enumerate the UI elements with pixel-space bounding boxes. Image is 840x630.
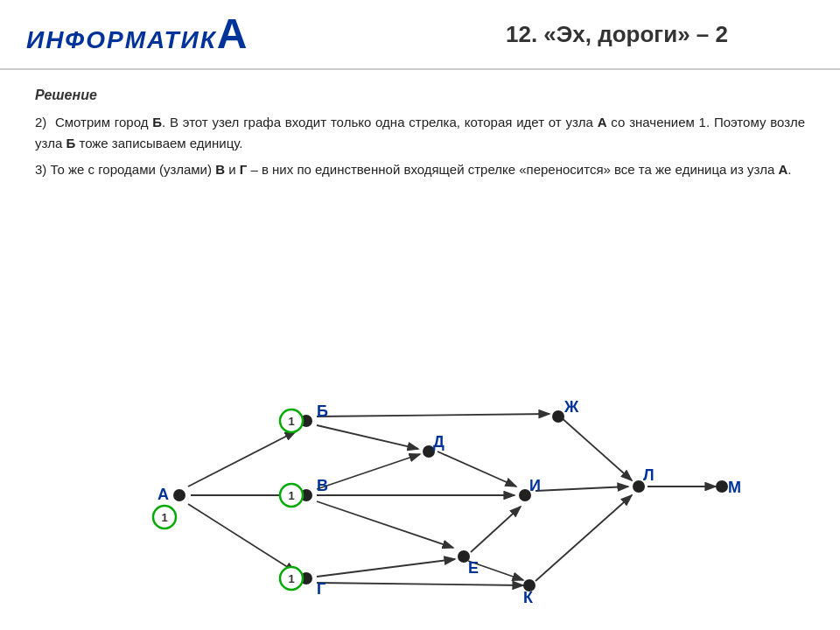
- logo-a: А: [217, 13, 248, 55]
- node-d-label: Д: [433, 433, 444, 451]
- node-j-dot: [552, 410, 564, 423]
- lesson-title: 12. «Эх, дороги» – 2: [506, 21, 728, 47]
- node-k-label: К: [523, 589, 534, 606]
- edge-e-i: [471, 507, 521, 552]
- edge-a-g: [188, 504, 296, 572]
- solution-label: Решение: [35, 88, 805, 103]
- edge-a-b: [188, 431, 296, 486]
- node-e-label: Е: [468, 559, 479, 577]
- logo-text: ИНФОРМАТИК: [26, 26, 217, 54]
- edge-v-e: [317, 501, 453, 548]
- content-area: Решение 2) Смотрим город Б. В этот узел …: [0, 70, 840, 630]
- edge-j-l: [560, 416, 632, 480]
- node-a-dot: [173, 489, 186, 501]
- edge-b-d: [317, 425, 418, 449]
- node-g-label: Г: [317, 580, 326, 598]
- logo-area: ИНФОРМАТИК А: [26, 13, 420, 55]
- node-m-dot: [716, 480, 728, 493]
- edge-v-d: [317, 454, 420, 489]
- header: ИНФОРМАТИК А 12. «Эх, дороги» – 2: [0, 0, 840, 70]
- badge-g-text: 1: [288, 572, 294, 585]
- edge-b-j: [317, 414, 550, 416]
- paragraph-2: 2) Смотрим город Б. В этот узел графа вх…: [35, 112, 805, 154]
- node-a-label: А: [158, 486, 169, 503]
- node-v-label: В: [317, 477, 328, 494]
- node-l-label: Л: [643, 466, 654, 484]
- badge-b-text: 1: [288, 415, 294, 428]
- edge-i-l: [536, 486, 628, 491]
- page: ИНФОРМАТИК А 12. «Эх, дороги» – 2 Решени…: [0, 0, 840, 630]
- edge-g-e: [317, 559, 455, 577]
- edge-k-l: [536, 495, 632, 581]
- title-area: 12. «Эх, дороги» – 2: [420, 21, 814, 48]
- badge-v-text: 1: [288, 489, 294, 502]
- node-b-label: Б: [317, 402, 328, 420]
- edge-d-i: [438, 452, 516, 486]
- graph-svg: А 1 Б 1 В 1 Г 1: [35, 194, 805, 621]
- node-i-label: И: [529, 477, 541, 494]
- graph-area: А 1 Б 1 В 1 Г 1: [35, 194, 805, 621]
- node-j-label: Ж: [564, 398, 579, 416]
- paragraph-3: 3) То же с городами (узлами) В и Г – в н…: [35, 159, 805, 180]
- node-m-label: М: [728, 479, 741, 496]
- badge-a-text: 1: [161, 511, 167, 524]
- edge-g-k: [317, 583, 523, 585]
